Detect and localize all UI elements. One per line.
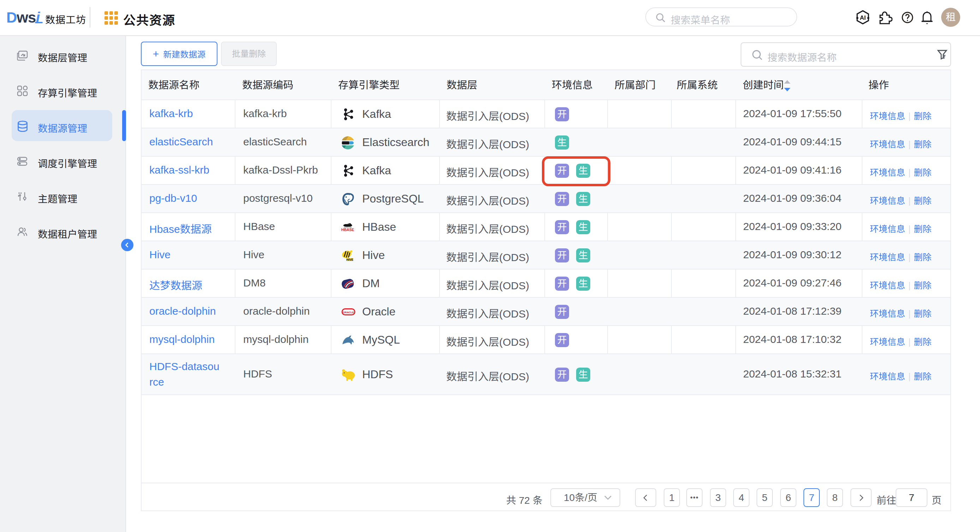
svg-text:HBASE: HBASE (341, 227, 355, 232)
svg-text:ORACLE: ORACLE (343, 311, 354, 314)
svg-text:HIVE: HIVE (346, 258, 353, 261)
svg-text:AI: AI (860, 14, 866, 21)
